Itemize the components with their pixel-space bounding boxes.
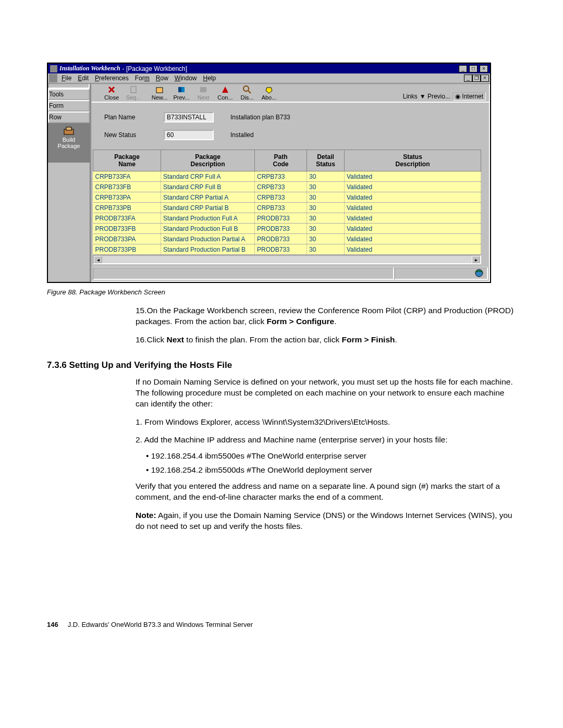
table-cell[interactable]: CRPB733 <box>255 171 307 182</box>
menu-file[interactable]: File <box>58 73 75 83</box>
table-cell[interactable]: PRODB733 <box>255 234 307 244</box>
table-row[interactable]: PRODB733FBStandard Production Full BPROD… <box>93 224 481 234</box>
col-path-code[interactable]: PathCode <box>255 150 307 171</box>
tb-close[interactable]: Close <box>101 85 122 101</box>
tb-seq: Seq... <box>123 85 144 101</box>
table-cell[interactable]: PRODB733PB <box>93 244 161 255</box>
form-area: Plan Name Installation plan B733 New Sta… <box>92 103 489 150</box>
table-cell[interactable]: PRODB733PA <box>93 234 161 244</box>
table-cell[interactable]: CRPB733PA <box>93 192 161 203</box>
table-cell[interactable]: Standard CRP Full A <box>161 171 255 182</box>
para-verify: Verify that you entered the address and … <box>136 481 516 503</box>
table-cell[interactable]: CRPB733FA <box>93 171 161 182</box>
table-row[interactable]: CRPB733PAStandard CRP Partial ACRPB73330… <box>93 192 481 203</box>
globe-icon <box>474 269 484 277</box>
table-row[interactable]: CRPB733FAStandard CRP Full ACRPB73330Val… <box>93 171 481 182</box>
sidebar: Tools Form Row Build Package <box>48 83 91 282</box>
table-cell[interactable]: 30 <box>307 192 345 203</box>
col-package-desc[interactable]: PackageDescription <box>161 150 255 171</box>
table-cell[interactable]: Validated <box>345 213 481 224</box>
table-row[interactable]: PRODB733PAStandard Production Partial AP… <box>93 234 481 244</box>
table-row[interactable]: CRPB733FBStandard CRP Full BCRPB73330Val… <box>93 182 481 192</box>
minimize-button[interactable]: _ <box>459 65 467 72</box>
table-cell[interactable]: 30 <box>307 224 345 234</box>
table-cell[interactable]: Validated <box>345 182 481 192</box>
package-grid[interactable]: PackageName PackageDescription PathCode … <box>93 150 481 255</box>
col-package-name[interactable]: PackageName <box>93 150 161 171</box>
table-cell[interactable]: Standard CRP Partial B <box>161 203 255 213</box>
mdi-restore-button[interactable]: ❐ <box>472 75 481 82</box>
page-number: 146 <box>47 621 58 628</box>
menu-form[interactable]: Form <box>132 73 153 83</box>
tb-prev[interactable]: Prev... <box>171 85 192 101</box>
mdi-minimize-button[interactable]: _ <box>464 75 472 82</box>
tb-new[interactable]: New... <box>149 85 170 101</box>
sidebar-selected[interactable]: Build Package <box>48 123 90 163</box>
table-cell[interactable]: Validated <box>345 192 481 203</box>
sidebar-selected-label2: Package <box>48 143 90 149</box>
table-cell[interactable]: Standard CRP Partial A <box>161 192 255 203</box>
table-cell[interactable]: Standard Production Full A <box>161 213 255 224</box>
table-cell[interactable]: Validated <box>345 234 481 244</box>
new-status-label: New Status <box>104 131 151 139</box>
table-cell[interactable]: CRPB733 <box>255 203 307 213</box>
tb-abo[interactable]: Abo... <box>259 85 279 101</box>
section-heading: 7.3.6 Setting Up and Verifying the Hosts… <box>47 360 516 371</box>
sidebar-tab-row[interactable]: Row <box>48 112 90 123</box>
table-cell[interactable]: PRODB733 <box>255 213 307 224</box>
bullet-1: 192.168.254.4 ibm5500es #The OneWorld en… <box>146 451 516 462</box>
new-status-input[interactable] <box>164 130 214 140</box>
table-row[interactable]: PRODB733FAStandard Production Full APROD… <box>93 213 481 224</box>
table-cell[interactable]: CRPB733PB <box>93 203 161 213</box>
col-detail-status[interactable]: DetailStatus <box>307 150 345 171</box>
tb-con[interactable]: Con... <box>215 85 236 101</box>
menu-window[interactable]: Window <box>172 73 200 83</box>
table-cell[interactable]: 30 <box>307 244 345 255</box>
maximize-button[interactable]: □ <box>469 65 478 72</box>
tb-dis[interactable]: Dis... <box>237 85 258 101</box>
col-status-desc[interactable]: StatusDescription <box>345 150 481 171</box>
table-cell[interactable]: CRPB733FB <box>93 182 161 192</box>
table-cell[interactable]: Standard Production Partial B <box>161 244 255 255</box>
internet-link[interactable]: ◉ Internet <box>452 92 486 101</box>
table-row[interactable]: CRPB733PBStandard CRP Partial BCRPB73330… <box>93 203 481 213</box>
table-cell[interactable]: PRODB733 <box>255 224 307 234</box>
links-dropdown[interactable]: ▼ Previo... <box>420 93 450 100</box>
table-cell[interactable]: 30 <box>307 171 345 182</box>
sidebar-tab-form[interactable]: Form <box>48 100 90 112</box>
table-cell[interactable]: 30 <box>307 203 345 213</box>
table-cell[interactable]: Validated <box>345 244 481 255</box>
table-cell[interactable]: Standard Production Full B <box>161 224 255 234</box>
scroll-track[interactable] <box>102 256 472 263</box>
table-cell[interactable]: 30 <box>307 234 345 244</box>
table-cell[interactable]: Standard Production Partial A <box>161 234 255 244</box>
menu-bar: File Edit Preferences Form Row Window He… <box>48 73 490 83</box>
menu-help[interactable]: Help <box>200 73 219 83</box>
close-button[interactable]: × <box>480 65 488 72</box>
table-cell[interactable]: PRODB733FB <box>93 224 161 234</box>
table-row[interactable]: PRODB733PBStandard Production Partial BP… <box>93 244 481 255</box>
menu-row[interactable]: Row <box>153 73 172 83</box>
table-cell[interactable]: Standard CRP Full B <box>161 182 255 192</box>
scroll-left-button[interactable]: ◂ <box>94 256 102 263</box>
links-label: Links <box>403 93 418 100</box>
mdi-close-button[interactable]: × <box>481 75 489 82</box>
table-cell[interactable]: CRPB733 <box>255 192 307 203</box>
table-cell[interactable]: Validated <box>345 203 481 213</box>
plan-name-label: Plan Name <box>104 114 151 121</box>
table-cell[interactable]: CRPB733 <box>255 182 307 192</box>
table-cell[interactable]: 30 <box>307 182 345 192</box>
plan-name-input[interactable] <box>164 112 214 122</box>
table-cell[interactable]: 30 <box>307 213 345 224</box>
table-cell[interactable]: PRODB733 <box>255 244 307 255</box>
scroll-right-button[interactable]: ▸ <box>472 256 480 263</box>
menu-edit[interactable]: Edit <box>75 73 92 83</box>
table-cell[interactable]: Validated <box>345 171 481 182</box>
status-pane-1 <box>93 267 394 280</box>
svg-rect-4 <box>131 87 136 93</box>
table-cell[interactable]: PRODB733FA <box>93 213 161 224</box>
menu-preferences[interactable]: Preferences <box>92 73 132 83</box>
table-cell[interactable]: Validated <box>345 224 481 234</box>
horizontal-scrollbar[interactable]: ◂ ▸ <box>93 255 481 264</box>
sidebar-tab-tools[interactable]: Tools <box>48 89 90 100</box>
